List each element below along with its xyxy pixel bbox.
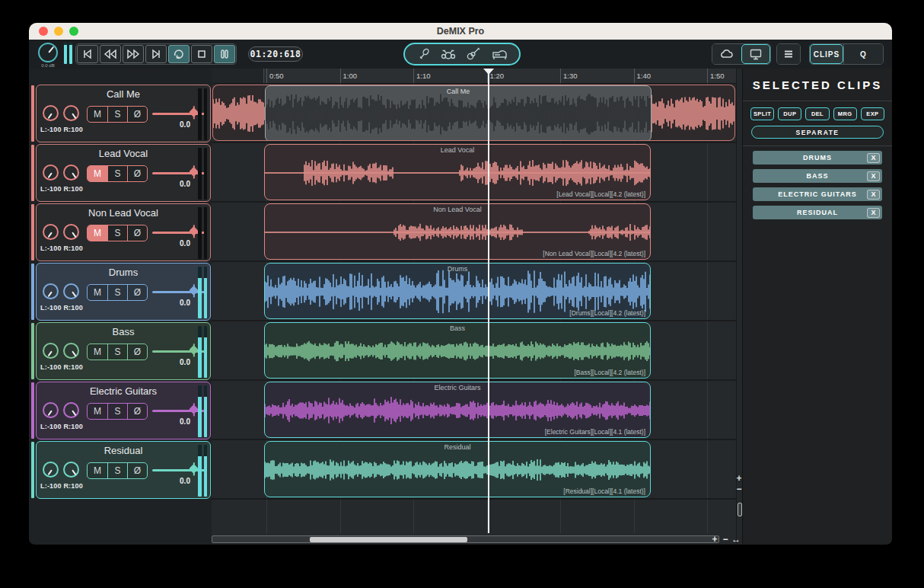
- source-instruments-button[interactable]: [403, 43, 521, 66]
- divider: [743, 101, 892, 101]
- menu-button[interactable]: [777, 44, 800, 64]
- track-lane: Residual [Residual][Local][4.1 (latest)]: [212, 440, 736, 500]
- solo-button[interactable]: S: [107, 166, 127, 181]
- horizontal-scrollbar-thumb[interactable]: [310, 537, 467, 542]
- volume-slider-thumb[interactable]: [189, 167, 199, 177]
- selected-clip-item[interactable]: ELECTRIC GUITARS X: [753, 187, 882, 201]
- pan-right-knob[interactable]: [63, 402, 79, 418]
- close-window-button[interactable]: [39, 27, 48, 36]
- phase-button[interactable]: Ø: [127, 285, 147, 300]
- pan-left-knob[interactable]: [43, 343, 59, 359]
- audio-clip[interactable]: Lead Vocal [Lead Vocal][Local][4.2 (late…: [264, 144, 651, 200]
- selected-clip-item[interactable]: BASS X: [753, 169, 882, 183]
- solo-button[interactable]: S: [107, 404, 127, 419]
- mute-button[interactable]: M: [88, 404, 107, 419]
- pan-right-knob[interactable]: [63, 224, 79, 240]
- phase-button[interactable]: Ø: [127, 404, 147, 419]
- playhead-marker-icon[interactable]: [483, 69, 494, 75]
- remove-clip-button[interactable]: X: [867, 190, 880, 200]
- track-header[interactable]: Bass L:-100 R:100 M S Ø 0.0: [29, 321, 212, 381]
- solo-button[interactable]: S: [107, 107, 127, 122]
- volume-slider-thumb[interactable]: [189, 226, 199, 236]
- local-machine-button[interactable]: [741, 44, 770, 64]
- mute-button[interactable]: M: [88, 463, 107, 478]
- vertical-scrollbar-thumb[interactable]: [738, 503, 742, 516]
- separate-button[interactable]: SEPARATE: [751, 126, 884, 139]
- stop-button[interactable]: [191, 45, 212, 63]
- pan-right-knob[interactable]: [63, 343, 79, 359]
- track-header[interactable]: Electric Guitars L:-100 R:100 M S Ø 0.0: [29, 381, 212, 440]
- phase-button[interactable]: Ø: [127, 107, 147, 122]
- time-display[interactable]: 01:20:618: [248, 46, 303, 62]
- pan-left-knob[interactable]: [43, 462, 59, 478]
- pan-left-knob[interactable]: [43, 402, 59, 418]
- pan-right-knob[interactable]: [63, 283, 79, 299]
- audio-clip[interactable]: Non Lead Vocal [Non Lead Vocal][Local][4…: [264, 203, 651, 260]
- clip-action-button[interactable]: DEL: [805, 107, 829, 120]
- pan-left-knob[interactable]: [43, 165, 59, 181]
- solo-button[interactable]: S: [107, 463, 127, 478]
- pan-left-knob[interactable]: [43, 105, 59, 121]
- phase-button[interactable]: Ø: [127, 463, 147, 478]
- clip-action-button[interactable]: SPLIT: [750, 107, 774, 120]
- clip-action-button[interactable]: MRG: [833, 107, 857, 120]
- pan-right-knob[interactable]: [63, 105, 79, 121]
- phase-button[interactable]: Ø: [127, 225, 147, 241]
- tab-q[interactable]: Q: [843, 44, 883, 64]
- pan-left-knob[interactable]: [43, 283, 59, 299]
- skip-to-start-button[interactable]: [77, 45, 98, 63]
- track-header[interactable]: Non Lead Vocal L:-100 R:100 M S Ø 0.0: [29, 203, 212, 262]
- mute-button[interactable]: M: [88, 225, 107, 241]
- audio-clip[interactable]: Residual [Residual][Local][4.1 (latest)]: [264, 441, 651, 497]
- rewind-button[interactable]: [100, 45, 121, 63]
- remove-clip-button[interactable]: X: [867, 153, 880, 163]
- pan-right-knob[interactable]: [63, 165, 79, 181]
- mute-button[interactable]: M: [88, 285, 107, 300]
- volume-slider-thumb[interactable]: [189, 107, 199, 117]
- audio-clip[interactable]: Electric Guitars [Electric Guitars][Loca…: [264, 382, 651, 438]
- selected-clip-item[interactable]: RESIDUAL X: [753, 206, 882, 219]
- volume-slider-thumb[interactable]: [189, 345, 199, 355]
- phase-button[interactable]: Ø: [127, 166, 147, 181]
- mute-button[interactable]: M: [88, 107, 107, 122]
- fast-forward-button[interactable]: [123, 45, 144, 63]
- remove-clip-button[interactable]: X: [867, 171, 880, 181]
- solo-button[interactable]: S: [107, 285, 127, 300]
- horizontal-zoom-out-button[interactable]: −: [720, 534, 731, 545]
- clip-action-button[interactable]: DUP: [778, 107, 801, 120]
- timeline-ruler[interactable]: 0:50 1:00 1:10 1:20 1:30 1:40 1:50: [212, 69, 736, 84]
- volume-slider-thumb[interactable]: [189, 286, 199, 296]
- mute-button[interactable]: M: [88, 166, 107, 181]
- track-header[interactable]: Lead Vocal L:-100 R:100 M S Ø 0.0: [29, 143, 212, 203]
- phase-button[interactable]: Ø: [127, 344, 147, 360]
- horizontal-scrollbar[interactable]: [212, 535, 719, 543]
- selected-clip-item[interactable]: DRUMS X: [753, 151, 882, 165]
- volume-slider-thumb[interactable]: [189, 404, 199, 414]
- selected-region[interactable]: Call Me: [265, 85, 652, 141]
- audio-clip[interactable]: Call Me: [212, 85, 735, 141]
- playhead[interactable]: [488, 69, 489, 533]
- audio-clip[interactable]: Drums [Drums][Local][4.2 (latest)]: [264, 263, 651, 319]
- clip-action-button[interactable]: EXP: [861, 107, 884, 120]
- audio-clip[interactable]: Bass [Bass][Local][4.2 (latest)]: [264, 322, 651, 379]
- minimize-window-button[interactable]: [54, 27, 63, 36]
- horizontal-zoom-in-button[interactable]: +: [709, 534, 720, 545]
- pan-left-knob[interactable]: [43, 224, 59, 240]
- loop-button[interactable]: [168, 45, 190, 63]
- horizontal-fit-button[interactable]: ↔: [731, 534, 741, 545]
- pan-right-knob[interactable]: [63, 462, 79, 478]
- track-header[interactable]: Call Me L:-100 R:100 M S Ø 0.0: [29, 84, 212, 143]
- master-volume-knob[interactable]: [38, 43, 58, 62]
- zoom-window-button[interactable]: [69, 27, 78, 36]
- volume-slider-thumb[interactable]: [189, 464, 199, 474]
- tab-clips[interactable]: CLIPS: [810, 44, 843, 64]
- solo-button[interactable]: S: [107, 344, 127, 360]
- remove-clip-button[interactable]: X: [867, 208, 880, 218]
- track-header[interactable]: Residual L:-100 R:100 M S Ø 0.0: [29, 440, 212, 500]
- cloud-button[interactable]: [712, 44, 741, 64]
- pause-button[interactable]: [214, 45, 235, 63]
- mute-button[interactable]: M: [88, 344, 107, 360]
- solo-button[interactable]: S: [107, 225, 127, 241]
- skip-to-end-button[interactable]: [145, 45, 167, 63]
- track-header[interactable]: Drums L:-100 R:100 M S Ø 0.0: [29, 262, 212, 321]
